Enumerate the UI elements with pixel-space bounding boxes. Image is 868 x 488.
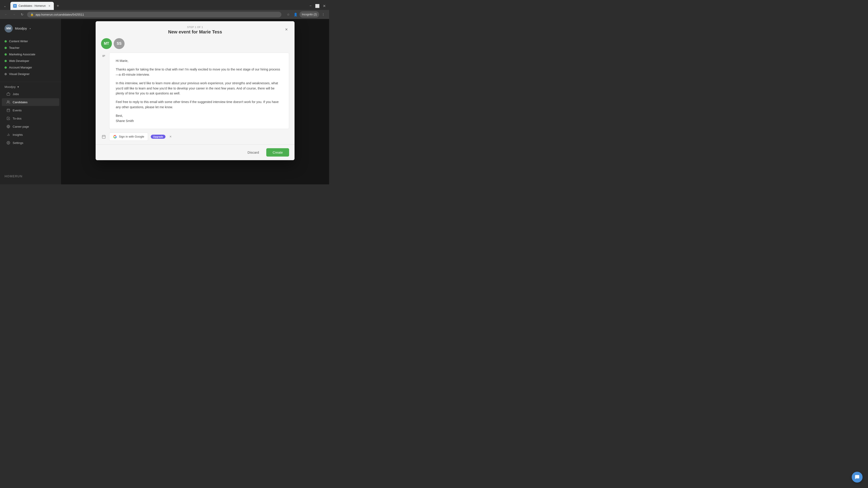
email-signoff: Best, Shane Smith <box>116 113 283 123</box>
calendar-section: Sign in with Google Upgrade × <box>101 133 289 141</box>
sidebar-item-visual-designer[interactable]: Visual Designer <box>0 71 61 77</box>
gear-icon <box>6 141 10 145</box>
email-para2: In this interview, we'd like to learn mo… <box>116 80 283 96</box>
sidebar-item-todos[interactable]: To-dos <box>2 115 59 122</box>
tab-favicon: H <box>13 4 17 8</box>
bookmark-button[interactable]: ☆ <box>285 11 291 18</box>
sidebar-item-career-page[interactable]: Career page <box>2 123 59 130</box>
active-dot-icon <box>4 53 7 56</box>
svg-rect-0 <box>7 93 10 95</box>
email-para1: Thanks again for taking the time to chat… <box>116 67 283 77</box>
new-event-modal: STEP 1 OF 1 New event for Marie Tess × M… <box>96 21 294 160</box>
google-logo-icon <box>113 135 117 139</box>
sidebar-footer: HOMERUN <box>0 171 61 182</box>
window-controls: − ⬜ ✕ <box>307 3 327 9</box>
back-button[interactable]: ← <box>3 11 9 18</box>
modal-body: Hi Marie, Thanks again for taking the ti… <box>96 53 294 144</box>
globe-icon <box>6 125 10 129</box>
minimize-button[interactable]: − <box>307 3 314 9</box>
active-dot-icon <box>4 40 7 42</box>
browser-actions: ☆ 👤 Incognito (2) ⋮ <box>285 11 327 18</box>
modal-close-button[interactable]: × <box>283 26 290 33</box>
sidebar-item-settings[interactable]: Settings <box>2 139 59 147</box>
active-dot-icon <box>4 60 7 62</box>
active-dot-icon <box>4 47 7 49</box>
tab-nav-buttons: ⌄ <box>2 3 8 9</box>
modal-title: New event for Marie Tess <box>168 29 222 35</box>
sidebar-item-events[interactable]: Events <box>2 106 59 114</box>
events-label: Events <box>13 109 22 112</box>
sidebar-item-marketing-associate[interactable]: Marketing Associate <box>0 51 61 58</box>
incognito-button[interactable]: Incognito (2) <box>300 11 319 18</box>
forward-button[interactable]: → <box>11 11 17 18</box>
svg-point-11 <box>8 142 9 143</box>
sidebar-item-jobs[interactable]: Jobs <box>2 90 59 98</box>
sidebar-item-account-manager[interactable]: Account Manager <box>0 64 61 71</box>
user-name: Moodjoy <box>15 27 27 30</box>
active-tab[interactable]: H Candidates · Homerun ✕ <box>10 2 54 10</box>
google-signin-text: Sign in with Google <box>119 135 144 138</box>
sidebar-item-web-developer[interactable]: Web Developer <box>0 58 61 64</box>
candidates-label: Candidates <box>13 101 28 104</box>
create-button[interactable]: Create <box>266 148 289 157</box>
address-bar: ← → ↻ 🔒 app.homerun.co/candidates/542551… <box>0 10 329 19</box>
user-avatar: MM <box>4 24 13 33</box>
briefcase-icon <box>6 92 10 96</box>
career-page-label: Career page <box>13 125 29 128</box>
job-label: Teacher <box>9 46 20 50</box>
check-square-icon <box>6 116 10 121</box>
job-label: Account Manager <box>9 66 32 69</box>
workspace-section-header[interactable]: Moodjoy ▾ <box>0 84 61 90</box>
app-layout: MM Moodjoy ▾ Content Writer Teacher Mark… <box>0 19 329 184</box>
svg-rect-2 <box>7 109 10 112</box>
upgrade-badge[interactable]: Upgrade <box>151 135 165 139</box>
calendar-icon <box>6 108 10 112</box>
job-label: Marketing Associate <box>9 53 35 56</box>
job-label: Visual Designer <box>9 72 30 76</box>
email-body: Hi Marie, Thanks again for taking the ti… <box>109 53 289 129</box>
discard-button[interactable]: Discard <box>243 148 264 157</box>
interviewer-avatar: SS <box>114 38 125 49</box>
sidebar-divider <box>0 82 61 82</box>
homerun-logo: HOMERUN <box>4 174 57 178</box>
tab-bar: ⌄ H Candidates · Homerun ✕ + − ⬜ ✕ <box>0 0 329 10</box>
new-tab-button[interactable]: + <box>55 3 61 9</box>
email-para3: Feel free to reply to this email with so… <box>116 99 283 109</box>
jobs-label: Jobs <box>13 92 19 96</box>
sidebar-user[interactable]: MM Moodjoy ▾ <box>0 23 61 37</box>
sidebar-item-teacher[interactable]: Teacher <box>0 44 61 51</box>
reload-button[interactable]: ↻ <box>19 11 25 18</box>
profile-button[interactable]: 👤 <box>292 11 299 18</box>
people-icon <box>6 100 10 104</box>
main-content: STEP 1 OF 1 New event for Marie Tess × M… <box>61 19 329 184</box>
url-text: app.homerun.co/candidates/5425511 <box>35 13 84 16</box>
browser-chrome: ⌄ H Candidates · Homerun ✕ + − ⬜ ✕ ← → ↻… <box>0 0 329 19</box>
inactive-dot-icon <box>4 73 7 75</box>
todos-label: To-dos <box>13 117 22 120</box>
calendar-add-icon <box>101 134 106 139</box>
url-bar[interactable]: 🔒 app.homerun.co/candidates/5425511 <box>27 12 281 18</box>
tab-close-button[interactable]: ✕ <box>48 4 51 8</box>
sidebar-item-insights[interactable]: Insights <box>2 131 59 138</box>
sidebar-item-content-writer[interactable]: Content Writer <box>0 38 61 44</box>
menu-button[interactable]: ⋮ <box>320 11 327 18</box>
chevron-down-icon: ▾ <box>18 85 19 89</box>
email-greeting: Hi Marie, <box>116 58 283 63</box>
secure-icon: 🔒 <box>30 13 34 16</box>
svg-rect-15 <box>102 135 105 138</box>
svg-point-1 <box>7 101 8 102</box>
modal-footer: Discard Create <box>96 144 294 160</box>
settings-label: Settings <box>13 141 23 144</box>
google-signin-button[interactable]: Sign in with Google <box>109 133 148 141</box>
dismiss-button[interactable]: × <box>168 134 173 139</box>
insights-label: Insights <box>13 133 23 136</box>
sidebar: MM Moodjoy ▾ Content Writer Teacher Mark… <box>0 19 61 184</box>
sidebar-item-candidates[interactable]: Candidates <box>2 98 59 106</box>
maximize-button[interactable]: ⬜ <box>314 3 320 9</box>
chart-icon <box>6 133 10 137</box>
avatar-row: MT SS <box>96 38 294 53</box>
email-section: Hi Marie, Thanks again for taking the ti… <box>101 53 289 129</box>
close-window-button[interactable]: ✕ <box>321 3 327 9</box>
email-lines-icon <box>101 54 106 59</box>
tab-list-button[interactable]: ⌄ <box>2 3 8 9</box>
